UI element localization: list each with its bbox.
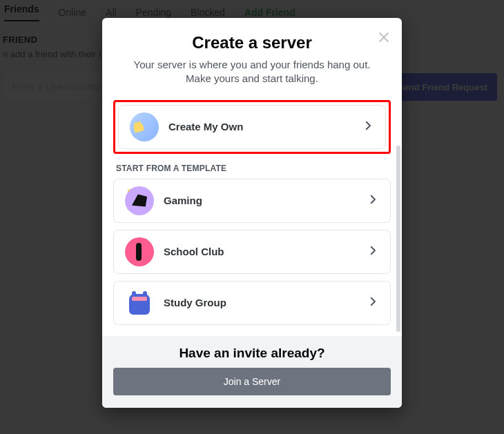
template-label: Study Group xyxy=(164,297,357,308)
scrollbar-thumb[interactable] xyxy=(396,146,400,332)
study-group-icon xyxy=(125,288,154,317)
chevron-right-icon xyxy=(367,244,379,259)
modal-title: Create a server xyxy=(116,33,388,52)
modal-footer: Have an invite already? Join a Server xyxy=(102,336,402,408)
school-club-icon xyxy=(125,237,154,266)
template-label: School Club xyxy=(164,246,357,257)
template-option-study-group[interactable]: Study Group xyxy=(113,281,391,325)
close-icon xyxy=(377,34,391,46)
create-server-modal: Create a server Your server is where you… xyxy=(102,18,402,408)
footer-question: Have an invite already? xyxy=(113,346,391,361)
join-server-button[interactable]: Join a Server xyxy=(113,368,391,395)
chevron-right-icon xyxy=(367,193,379,208)
template-label: Gaming xyxy=(164,195,357,206)
close-button[interactable] xyxy=(377,30,391,47)
create-own-icon xyxy=(130,112,159,141)
chevron-right-icon xyxy=(362,119,374,135)
template-section-header: START FROM A TEMPLATE xyxy=(116,164,391,173)
create-my-own-option[interactable]: Create My Own xyxy=(118,105,386,149)
gaming-icon xyxy=(125,186,154,215)
template-option-gaming[interactable]: Gaming xyxy=(113,179,391,223)
template-option-school-club[interactable]: School Club xyxy=(113,230,391,274)
highlight-annotation: Create My Own xyxy=(113,100,391,154)
modal-subtitle: Your server is where you and your friend… xyxy=(116,58,388,86)
chevron-right-icon xyxy=(367,295,379,310)
create-own-label: Create My Own xyxy=(168,121,352,132)
